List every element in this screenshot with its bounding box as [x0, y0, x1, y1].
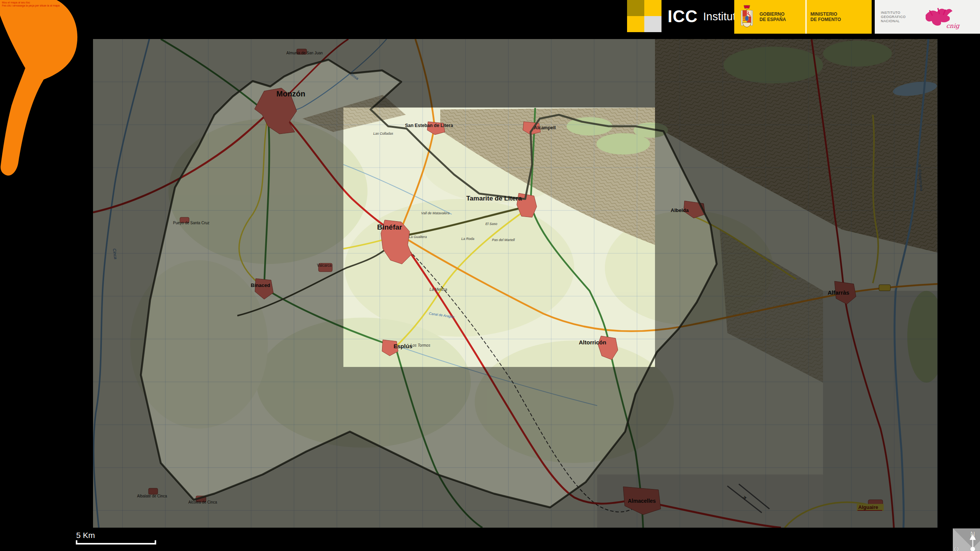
ministerio-fomento-block: MINISTERIO DE FOMENTO: [807, 0, 872, 34]
icc-logo-square-yellow-2: [627, 16, 644, 32]
icc-logo-square-gray: [644, 16, 662, 32]
ign-line2: GEOGRÁFICO: [881, 15, 906, 19]
swoosh-shape: [0, 0, 77, 176]
ign-line3: NACIONAL: [881, 19, 906, 23]
cnig-script-text: cnig: [946, 22, 959, 29]
scale-bar-line: [77, 543, 155, 544]
ign-label: INSTITUTO GEOGRÁFICO NACIONAL: [881, 11, 906, 23]
cnig-logo: cnig: [914, 3, 960, 30]
icc-logo-square-gold: [627, 0, 644, 16]
icc-abbreviation: ICC: [668, 7, 698, 26]
compass-label-n[interactable]: N: [970, 530, 975, 538]
instituto-geografico-block: INSTITUTO GEOGRÁFICO NACIONAL cnig: [875, 0, 980, 34]
hint-text: Mou el mapa al seu lloc Fes clic i arros…: [2, 1, 60, 7]
gobierno-line1: GOBIERNO: [760, 11, 786, 17]
gobierno-line2: DE ESPAÑA: [760, 17, 786, 22]
map-piece[interactable]: [343, 108, 655, 367]
scale-bar: [76, 540, 156, 544]
orange-swoosh-logo: [0, 0, 88, 187]
spain-coat-of-arms-icon: [738, 4, 756, 30]
ministerio-line2: DE FOMENTO: [810, 17, 841, 22]
hint-line-2: Fes clic i arrossega la peça per situar-…: [2, 4, 60, 7]
hint-line-1: Mou el mapa al seu lloc: [2, 1, 60, 4]
gobierno-espana-block: GOBIERNO DE ESPAÑA: [734, 0, 807, 34]
ministerio-label: MINISTERIO DE FOMENTO: [810, 11, 841, 22]
app-root: { "hint": { "line1": "Mou el mapa al seu…: [0, 0, 980, 551]
scale-label: 5 Km: [76, 531, 95, 540]
ministerio-line1: MINISTERIO: [810, 11, 841, 17]
icc-logo-mark: [627, 0, 662, 32]
compass-label-w[interactable]: O: [954, 546, 959, 551]
ign-line1: INSTITUTO: [881, 11, 906, 15]
gobierno-label: GOBIERNO DE ESPAÑA: [760, 11, 786, 22]
icc-logo-square-yellow-1: [644, 0, 662, 16]
compass-rose[interactable]: N S O E: [953, 528, 980, 551]
